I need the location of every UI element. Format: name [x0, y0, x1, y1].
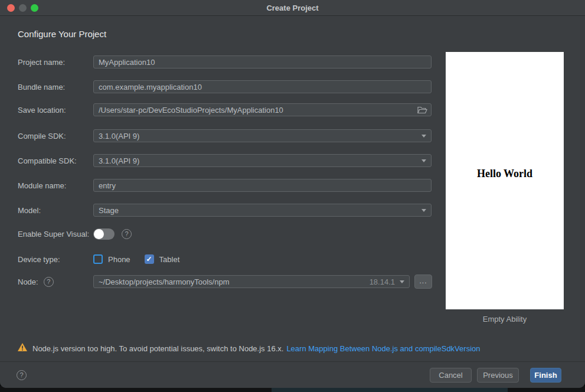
- model-label: Model:: [18, 206, 93, 215]
- save-location-input[interactable]: [93, 103, 432, 116]
- chevron-down-icon: [421, 209, 426, 212]
- enable-super-visual-row: Enable Super Visual: ?: [18, 227, 132, 241]
- device-phone-option[interactable]: Phone: [93, 254, 130, 264]
- compile-sdk-row: Compile SDK: 3.1.0(API 9): [18, 129, 432, 143]
- compatible-sdk-label: Compatible SDK:: [18, 156, 93, 165]
- save-location-label: Save location:: [18, 106, 93, 115]
- preview-caption: Empty Ability: [446, 315, 564, 324]
- help-icon[interactable]: ?: [17, 370, 27, 380]
- warning-text: Node.js version too high. To avoid poten…: [32, 344, 283, 353]
- tablet-checkbox-label: Tablet: [159, 255, 180, 264]
- previous-button[interactable]: Previous: [477, 368, 519, 383]
- node-label-group: Node: ?: [18, 277, 93, 287]
- page-title: Configure Your Project: [18, 29, 106, 39]
- model-row: Model: Stage: [18, 203, 432, 217]
- window-title: Create Project: [0, 0, 585, 16]
- device-tablet-option[interactable]: ✓ Tablet: [145, 254, 180, 264]
- super-visual-help-icon[interactable]: ?: [122, 229, 132, 239]
- phone-checkbox-label: Phone: [108, 255, 130, 264]
- project-name-row: Project name:: [18, 55, 432, 69]
- device-type-row: Device type: Phone ✓ Tablet: [18, 252, 179, 266]
- warning-triangle-icon: [18, 343, 27, 354]
- bundle-name-label: Bundle name:: [18, 83, 93, 92]
- compatible-sdk-value: 3.1.0(API 9): [99, 156, 417, 165]
- super-visual-toggle[interactable]: [93, 228, 115, 240]
- warning-learn-more-link[interactable]: Learn Mapping Between Node.js and compil…: [286, 344, 480, 353]
- chevron-down-icon: [421, 135, 426, 138]
- enable-super-visual-label: Enable Super Visual:: [18, 230, 93, 239]
- titlebar: Create Project: [0, 0, 585, 16]
- compatible-sdk-select[interactable]: 3.1.0(API 9): [93, 154, 432, 167]
- project-name-label: Project name:: [18, 58, 93, 67]
- model-value: Stage: [99, 206, 417, 215]
- module-name-input[interactable]: [93, 179, 432, 192]
- module-name-label: Module name:: [18, 181, 93, 190]
- module-name-row: Module name:: [18, 178, 432, 192]
- compile-sdk-value: 3.1.0(API 9): [99, 132, 417, 141]
- bundle-name-row: Bundle name:: [18, 80, 432, 94]
- save-location-row: Save location:: [18, 103, 432, 117]
- compile-sdk-label: Compile SDK:: [18, 132, 93, 141]
- node-path-field[interactable]: ~/Desktop/projects/harmonyTools/npm 18.1…: [93, 275, 410, 288]
- node-path-value: ~/Desktop/projects/harmonyTools/npm: [99, 277, 365, 286]
- create-project-dialog: Create Project Configure Your Project Pr…: [0, 0, 585, 388]
- chevron-down-icon: [421, 159, 426, 162]
- node-browse-button[interactable]: ...: [414, 275, 432, 289]
- open-folder-icon[interactable]: [417, 105, 427, 115]
- cancel-button[interactable]: Cancel: [430, 368, 472, 383]
- node-help-icon[interactable]: ?: [44, 277, 54, 287]
- node-version-value: 18.14.1: [370, 277, 395, 286]
- node-row: Node: ? ~/Desktop/projects/harmonyTools/…: [18, 275, 432, 289]
- compile-sdk-select[interactable]: 3.1.0(API 9): [93, 129, 432, 142]
- nodejs-warning: Node.js version too high. To avoid poten…: [18, 343, 480, 354]
- toggle-knob: [94, 229, 104, 239]
- node-version-chevron-icon[interactable]: [400, 280, 404, 283]
- phone-checkbox[interactable]: [93, 254, 103, 264]
- bundle-name-input[interactable]: [93, 80, 432, 93]
- tablet-checkbox[interactable]: ✓: [145, 254, 154, 264]
- dialog-footer: ? Cancel Previous Finish: [0, 361, 585, 388]
- model-select[interactable]: Stage: [93, 204, 432, 217]
- background-window-glow: [272, 387, 508, 392]
- finish-button[interactable]: Finish: [530, 368, 561, 383]
- ability-preview-panel: Hello World: [446, 52, 564, 309]
- preview-hello-world-text: Hello World: [446, 168, 564, 180]
- project-name-input[interactable]: [93, 55, 432, 68]
- compatible-sdk-row: Compatible SDK: 3.1.0(API 9): [18, 153, 432, 168]
- node-label: Node:: [18, 277, 38, 286]
- device-type-label: Device type:: [18, 255, 93, 264]
